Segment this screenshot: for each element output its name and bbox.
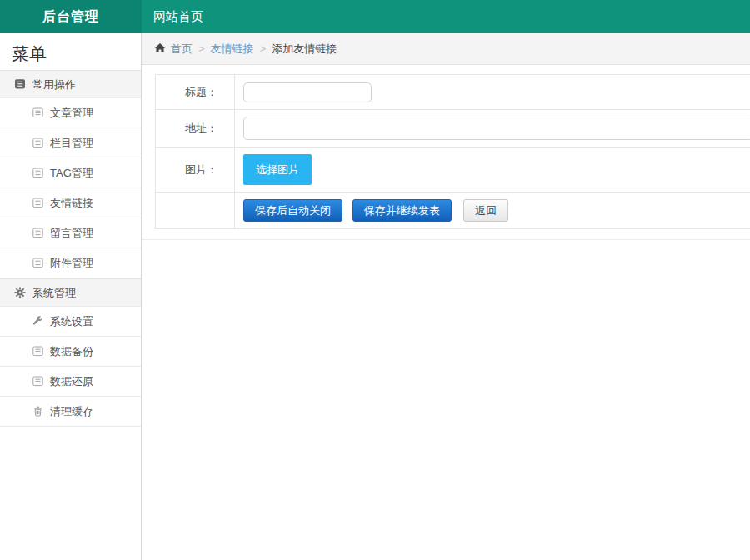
breadcrumb-current-page: 添加友情链接: [272, 42, 337, 57]
image-label: 图片：: [156, 148, 235, 192]
list-alt-icon: [32, 220, 43, 249]
list-alt-icon: [32, 368, 43, 398]
title-label: 标题：: [156, 75, 235, 110]
url-input[interactable]: [243, 117, 750, 140]
sidebar: 菜单 常用操作 文章管理 栏目管理 TAG管理: [0, 33, 142, 560]
breadcrumb: 首页 > 友情链接 > 添加友情链接: [142, 33, 750, 65]
nav-site-home[interactable]: 网站首页: [142, 0, 215, 33]
sidebar-title: 菜单: [0, 33, 141, 70]
back-button[interactable]: 返回: [463, 199, 508, 222]
sidebar-menu: 常用操作 文章管理 栏目管理 TAG管理 友情链接: [0, 70, 141, 427]
sidebar-item-data-restore[interactable]: 数据还原: [0, 367, 141, 397]
save-and-close-button[interactable]: 保存后自动关闭: [243, 199, 342, 222]
pick-image-button[interactable]: 选择图片: [243, 154, 312, 185]
form-panel: 标题： 地址： 图片： 选择图片: [142, 65, 750, 240]
main-content: 首页 > 友情链接 > 添加友情链接 标题： 地址：: [142, 33, 750, 560]
list-filled-icon: [14, 72, 26, 100]
app-logo: 后台管理: [0, 0, 142, 33]
breadcrumb-separator: >: [198, 42, 205, 55]
top-nav: 网站首页: [142, 0, 215, 33]
sidebar-item-tag-mgmt[interactable]: TAG管理: [0, 158, 141, 188]
trash-icon: [32, 398, 43, 428]
sidebar-section-common-ops[interactable]: 常用操作: [0, 70, 141, 98]
sidebar-item-attachment-mgmt[interactable]: 附件管理: [0, 248, 141, 278]
empty-label-cell: [156, 192, 235, 229]
sidebar-item-clear-cache[interactable]: 清理缓存: [0, 397, 141, 427]
sidebar-item-message-mgmt[interactable]: 留言管理: [0, 218, 141, 248]
save-and-continue-button[interactable]: 保存并继续发表: [352, 199, 452, 222]
list-alt-icon: [32, 160, 43, 189]
title-input[interactable]: [243, 82, 372, 102]
list-alt-icon: [32, 100, 43, 129]
wrench-icon: [32, 308, 43, 338]
breadcrumb-section-link[interactable]: 友情链接: [211, 42, 254, 57]
breadcrumb-home-link[interactable]: 首页: [171, 42, 192, 57]
sidebar-item-column-mgmt[interactable]: 栏目管理: [0, 128, 141, 158]
list-alt-icon: [32, 190, 43, 219]
home-icon: [154, 42, 166, 56]
breadcrumb-separator: >: [260, 42, 267, 55]
list-alt-icon: [32, 338, 43, 368]
sidebar-item-system-settings[interactable]: 系统设置: [0, 307, 141, 337]
sidebar-item-article-mgmt[interactable]: 文章管理: [0, 98, 141, 128]
url-label: 地址：: [156, 110, 235, 148]
sidebar-section-system-mgmt[interactable]: 系统管理: [0, 278, 141, 307]
list-alt-icon: [32, 130, 43, 159]
sidebar-item-data-backup[interactable]: 数据备份: [0, 337, 141, 367]
sidebar-item-friend-links[interactable]: 友情链接: [0, 188, 141, 218]
add-link-form: 标题： 地址： 图片： 选择图片: [155, 74, 750, 229]
gear-icon: [14, 281, 26, 308]
top-header-bar: 后台管理 网站首页: [0, 0, 750, 33]
list-alt-icon: [32, 250, 43, 279]
